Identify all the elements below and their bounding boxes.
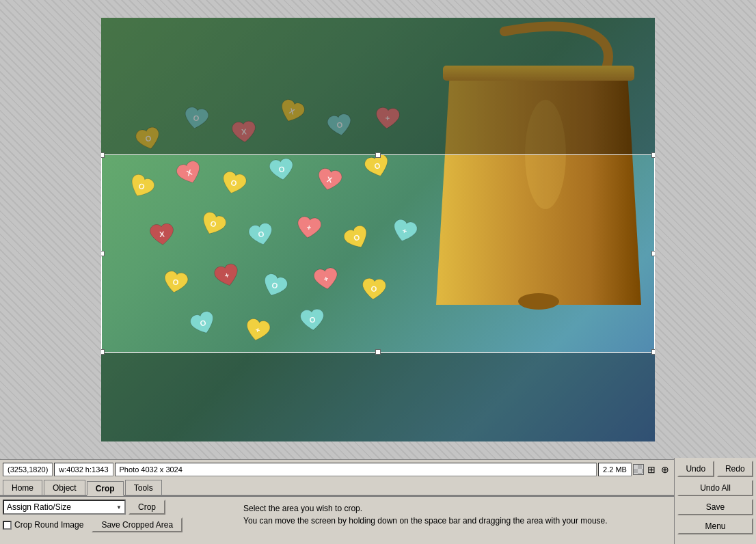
heart-item: O — [258, 271, 291, 301]
heart-item: O — [187, 308, 219, 339]
undo-all-button[interactable]: Undo All — [677, 480, 753, 496]
svg-text:X: X — [159, 230, 165, 239]
toolbar-left: Assign Ratio/Size ▼ Crop Crop Round Imag… — [3, 500, 235, 541]
heart-item: O — [360, 276, 388, 301]
coordinates-field: (3253,1820) — [3, 463, 53, 476]
image-container: OOXXO+OXOOXOXOO+O+O+O+OO+O — [101, 18, 655, 441]
zoom-fit-icon[interactable]: ⊕ — [659, 464, 671, 475]
crop-button-label: Crop — [138, 502, 156, 512]
svg-point-29 — [518, 293, 559, 310]
save-label: Save — [706, 502, 725, 512]
save-cropped-label: Save Cropped Area — [101, 520, 173, 530]
tab-home[interactable]: Home — [3, 480, 42, 495]
heart-item: X — [275, 96, 308, 127]
redo-label: Redo — [725, 464, 745, 474]
save-button[interactable]: Save — [677, 499, 753, 515]
heart-item: X — [173, 158, 205, 189]
bucket-illustration — [422, 18, 655, 346]
svg-text:O: O — [309, 315, 316, 324]
tab-object[interactable]: Object — [44, 480, 85, 495]
heart-item: X — [314, 165, 345, 193]
svg-text:O: O — [278, 165, 286, 174]
status-bar: (3253,1820) w:4032 h:1343 Photo 4032 x 3… — [0, 459, 756, 478]
help-line-1: Select the area you wish to crop. — [243, 502, 662, 515]
dimensions-field: w:4032 h:1343 — [54, 463, 113, 476]
undo-all-label: Undo All — [700, 483, 731, 493]
assign-ratio-dropdown[interactable]: Assign Ratio/Size ▼ — [3, 500, 126, 515]
svg-text:O: O — [370, 284, 377, 293]
undo-button[interactable]: Undo — [677, 461, 714, 477]
menu-button[interactable]: Menu — [677, 518, 753, 534]
bottom-toolbar: Assign Ratio/Size ▼ Crop Crop Round Imag… — [0, 496, 756, 544]
dimensions-text: w:4032 h:1343 — [59, 465, 108, 474]
photo-canvas: OOXXO+OXOOXOXOO+O+O+O+OO+O — [101, 18, 655, 441]
undo-label: Undo — [686, 464, 705, 474]
tab-crop[interactable]: Crop — [87, 481, 124, 496]
file-size-field: 2.2 MB — [598, 463, 632, 476]
round-image-checkbox[interactable] — [3, 521, 12, 530]
photo-info-text: Photo 4032 x 3024 — [120, 465, 183, 474]
heart-item: O — [340, 222, 374, 254]
round-crop-row: Crop Round Image Save Cropped Area — [3, 517, 235, 532]
heart-item: O — [325, 111, 354, 139]
heart-item: + — [312, 266, 340, 293]
file-size-text: 2.2 MB — [603, 465, 627, 474]
heart-item: + — [243, 316, 273, 344]
heart-item: O — [246, 220, 276, 248]
help-text-area: Select the area you wish to crop. You ca… — [238, 500, 667, 541]
tab-tools[interactable]: Tools — [125, 480, 162, 495]
coordinates-text: (3253,1820) — [8, 465, 48, 474]
toolbar-tabs: Home Object Crop Tools — [0, 478, 756, 496]
assign-ratio-label: Assign Ratio/Size — [7, 502, 71, 512]
heart-item: O — [267, 157, 296, 183]
heart-item: O — [197, 208, 230, 240]
right-panel: Undo Redo Undo All Save Menu — [674, 458, 756, 544]
heart-item: O — [181, 105, 211, 132]
redo-button[interactable]: Redo — [717, 461, 754, 477]
checker-icon — [633, 464, 644, 475]
heart-item: O — [161, 269, 190, 296]
heart-item: + — [374, 105, 402, 131]
heart-item: + — [389, 217, 420, 246]
heart-item: O — [133, 124, 164, 154]
svg-point-28 — [525, 100, 566, 209]
heart-item: X — [230, 119, 258, 144]
help-line-2: You can move the screen by holding down … — [243, 515, 662, 527]
heart-item: O — [218, 169, 249, 198]
svg-rect-27 — [443, 66, 634, 81]
grid-icon[interactable]: ⊞ — [645, 464, 658, 475]
svg-text:X: X — [241, 127, 247, 136]
hearts-area: OOXXO+OXOOXOXOO+O+O+O+OO+O — [108, 86, 422, 346]
dropdown-arrow-icon: ▼ — [116, 504, 122, 511]
heart-item: + — [295, 215, 323, 241]
round-image-label: Crop Round Image — [14, 520, 83, 530]
ratio-row: Assign Ratio/Size ▼ Crop — [3, 500, 235, 515]
heart-item: + — [211, 261, 243, 290]
heart-item: O — [125, 171, 159, 203]
photo-info-field: Photo 4032 x 3024 — [115, 463, 597, 476]
crop-button[interactable]: Crop — [129, 500, 165, 515]
save-cropped-button[interactable]: Save Cropped Area — [92, 517, 183, 532]
menu-label: Menu — [705, 521, 725, 531]
heart-item: O — [362, 151, 394, 181]
heart-item: O — [299, 307, 327, 332]
canvas-area: OOXXO+OXOOXOXOO+O+O+O+OO+O — [0, 0, 756, 459]
heart-item: X — [148, 221, 176, 247]
